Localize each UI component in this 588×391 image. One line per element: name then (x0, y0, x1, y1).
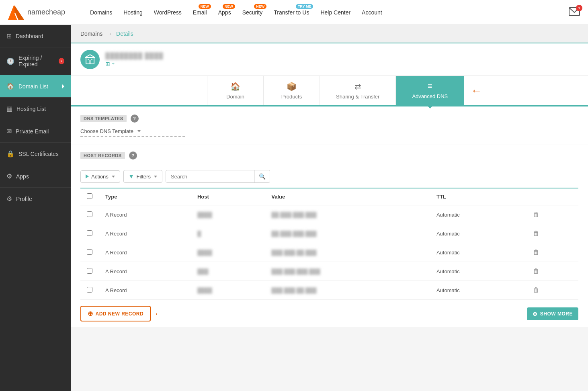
sidebar-item-profile[interactable]: ⚙ Profile (0, 188, 71, 210)
row-host-value: █ (197, 231, 201, 237)
tab-arrow-annotation: ← (464, 76, 488, 105)
host-records-label: HOST RECORDS (80, 152, 125, 159)
row-value-value: ██.███.███.███ (271, 231, 316, 237)
sidebar-item-hosting-list[interactable]: ▦ Hosting List (0, 98, 71, 120)
tabs-container: 🏠 Domain 📦 Products ⇄ Sharing & Transfer… (71, 76, 588, 106)
delete-row-button[interactable]: 🗑 (533, 268, 539, 274)
sidebar-item-ssl[interactable]: 🔒 SSL Certificates (0, 143, 71, 165)
dns-templates-label: DNS TEMPLATES (80, 115, 127, 122)
delete-row-button[interactable]: 🗑 (533, 249, 539, 256)
actions-label: Actions (91, 174, 109, 180)
dns-templates-section: DNS TEMPLATES ? Choose DNS Template (71, 106, 588, 145)
row-host-value: ████ (197, 212, 212, 218)
logo-area[interactable]: namecheap (8, 5, 72, 20)
row-host: ███ (191, 262, 265, 281)
row-checkbox-cell (80, 262, 99, 281)
nav-item-hosting[interactable]: Hosting (118, 0, 148, 25)
row-checkbox-cell (80, 281, 99, 300)
delete-row-button[interactable]: 🗑 (533, 287, 539, 293)
mail-button[interactable]: 1 (569, 7, 580, 17)
tag-text: + (112, 61, 115, 67)
select-all-checkbox[interactable] (87, 193, 92, 199)
row-delete-cell: 🗑 (527, 281, 578, 300)
nav-item-domains[interactable]: Domains (84, 0, 118, 25)
filter-icon: ▼ (129, 173, 134, 180)
col-value: Value (265, 188, 430, 205)
nav-item-email[interactable]: Email NEW (187, 0, 213, 25)
row-value-value: ███.███.██.███ (271, 250, 316, 256)
nav-item-wordpress[interactable]: WordPress (148, 0, 187, 25)
nav-item-account[interactable]: Account (356, 0, 388, 25)
tab-advanced-dns[interactable]: ≡ Advanced DNS (396, 76, 464, 105)
sidebar-item-domain-list[interactable]: 🏠 Domain List (0, 75, 71, 98)
svg-marker-5 (85, 55, 95, 57)
table-header-row: Type Host Value TTL (80, 188, 578, 205)
apps-new-badge: NEW (223, 4, 235, 9)
domain-list-icon: 🏠 (6, 82, 14, 90)
tab-spacer (71, 76, 207, 105)
row-checkbox-2[interactable] (87, 249, 92, 255)
row-type: A Record (99, 205, 191, 224)
show-more-button[interactable]: ⊕ SHOW MORE (527, 307, 578, 320)
host-records-help-icon[interactable]: ? (129, 151, 137, 160)
filters-button[interactable]: ▼ Filters (123, 170, 162, 183)
nav-item-security[interactable]: Security NEW (237, 0, 268, 25)
row-checkbox-cell (80, 224, 99, 243)
row-checkbox-3[interactable] (87, 268, 92, 274)
domain-tag: ⊞ + (105, 61, 164, 67)
row-checkbox-0[interactable] (87, 211, 92, 217)
domain-name: ████████ ████ (105, 52, 164, 59)
table-row: A Record ████ ███.███.██.███ Automatic 🗑 (80, 243, 578, 262)
footer-row: ⊕ ADD NEW RECORD ← ⊕ SHOW MORE (71, 300, 588, 327)
show-more-icon: ⊕ (533, 311, 538, 317)
transfer-tryme-badge: TRY ME (296, 4, 313, 9)
nav-item-transfer[interactable]: Transfer to Us TRY ME (268, 0, 315, 25)
sharing-tab-label: Sharing & Transfer (336, 94, 379, 100)
row-value: ███.███.███.███ (265, 262, 430, 281)
col-host: Host (191, 188, 265, 205)
sidebar-item-expiring[interactable]: 🕐 Expiring / Expired 2 (0, 47, 71, 75)
row-type: A Record (99, 281, 191, 300)
breadcrumb-parent[interactable]: Domains (80, 31, 102, 37)
delete-row-button[interactable]: 🗑 (533, 230, 539, 237)
nav-right: 1 (569, 7, 580, 17)
sidebar-item-private-email[interactable]: ✉ Private Email (0, 120, 71, 143)
dns-templates-help-icon[interactable]: ? (131, 115, 139, 123)
add-new-record-button[interactable]: ⊕ ADD NEW RECORD (80, 306, 151, 321)
main-content: Domains → Details ████████ ████ ⊞ + (71, 25, 588, 391)
row-host: ████ (191, 205, 265, 224)
delete-row-button[interactable]: 🗑 (533, 211, 539, 218)
col-checkbox (80, 188, 99, 205)
expiring-icon: 🕐 (6, 57, 14, 65)
row-checkbox-1[interactable] (87, 230, 92, 236)
sidebar-item-dashboard[interactable]: ⊞ Dashboard (0, 25, 71, 47)
svg-rect-6 (88, 59, 89, 60)
svg-rect-4 (89, 60, 91, 64)
security-new-badge: NEW (254, 4, 266, 9)
nav-item-apps[interactable]: Apps NEW (213, 0, 237, 25)
tab-products[interactable]: 📦 Products (264, 76, 320, 105)
show-more-label: SHOW MORE (540, 311, 573, 317)
row-delete-cell: 🗑 (527, 224, 578, 243)
search-input[interactable] (166, 171, 254, 182)
breadcrumb: Domains → Details (71, 25, 588, 43)
row-value-value: ██.███.███.███ (271, 212, 316, 218)
breadcrumb-current: Details (116, 31, 133, 37)
row-host: ████ (191, 243, 265, 262)
filters-label: Filters (137, 174, 151, 180)
tab-sharing-transfer[interactable]: ⇄ Sharing & Transfer (320, 76, 396, 105)
search-button[interactable]: 🔍 (254, 170, 270, 182)
row-checkbox-4[interactable] (87, 287, 92, 293)
row-delete-cell: 🗑 (527, 205, 578, 224)
search-box: 🔍 (166, 170, 270, 183)
toolbar-row: Actions ▼ Filters 🔍 (80, 165, 578, 188)
table-row: A Record ███ ███.███.███.███ Automatic 🗑 (80, 262, 578, 281)
actions-button[interactable]: Actions (80, 170, 120, 183)
dns-template-caret (137, 130, 141, 132)
row-value-value: ███.███.██.███ (271, 287, 316, 293)
host-records-header: HOST RECORDS ? (80, 151, 578, 160)
tab-domain[interactable]: 🏠 Domain (207, 76, 264, 105)
nav-item-help[interactable]: Help Center (315, 0, 356, 25)
dns-template-dropdown[interactable]: Choose DNS Template (80, 128, 185, 137)
sidebar-item-apps[interactable]: ⚙ Apps (0, 165, 71, 188)
